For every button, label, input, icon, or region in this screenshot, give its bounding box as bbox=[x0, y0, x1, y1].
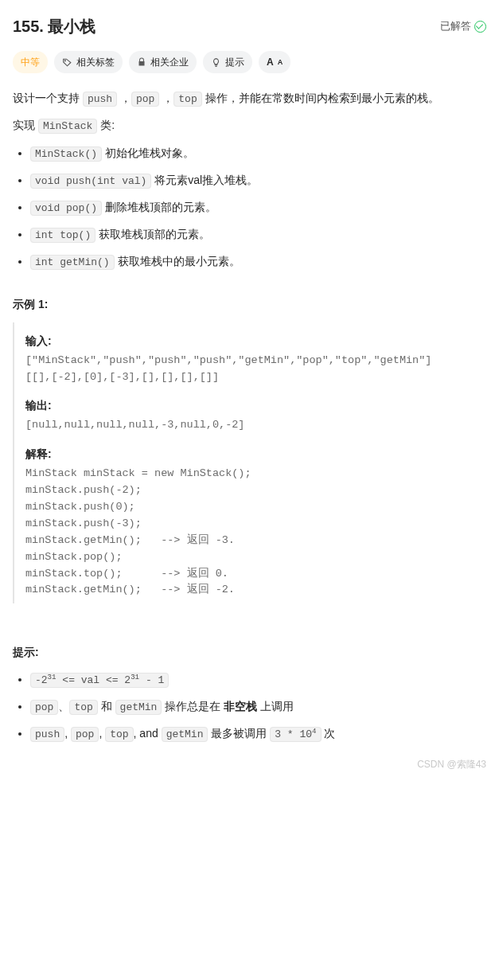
problem-header: 155. 最小栈 已解答 bbox=[13, 13, 486, 40]
solved-status: 已解答 bbox=[440, 18, 486, 35]
related-companies-pill[interactable]: 相关企业 bbox=[129, 51, 197, 73]
example-title: 示例 1: bbox=[13, 295, 486, 314]
method-code: MinStack() bbox=[30, 146, 102, 162]
tags-row: 中等 相关标签 相关企业 提示 AA bbox=[13, 51, 486, 73]
constraints-list: -231 <= val <= 231 - 1 pop、top 和 getMin … bbox=[13, 670, 486, 744]
constraint-code: top bbox=[105, 727, 133, 742]
example-block: 输入: ["MinStack","push","push","push","ge… bbox=[13, 322, 486, 604]
explain-content: MinStack minStack = new MinStack(); minS… bbox=[25, 466, 486, 599]
output-content: [null,null,null,null,-3,null,0,-2] bbox=[25, 417, 486, 434]
problem-description: 设计一个支持 push ，pop ，top 操作，并能在常数时间内检索到最小元素… bbox=[13, 89, 486, 135]
code-push: push bbox=[83, 92, 117, 107]
constraints-title: 提示: bbox=[13, 643, 486, 662]
bulb-icon bbox=[211, 57, 221, 68]
code-minstack: MinStack bbox=[38, 119, 97, 134]
constraint-code: top bbox=[69, 700, 97, 715]
related-tags-label: 相关标签 bbox=[76, 54, 115, 70]
list-item: MinStack() 初始化堆栈对象。 bbox=[30, 144, 486, 163]
tag-icon bbox=[62, 57, 72, 68]
hint-label: 提示 bbox=[225, 54, 244, 70]
output-label: 输出: bbox=[25, 396, 486, 416]
font-size-pill[interactable]: AA bbox=[259, 51, 290, 73]
desc-paragraph-1: 设计一个支持 push ，pop ，top 操作，并能在常数时间内检索到最小元素… bbox=[13, 89, 486, 108]
methods-list: MinStack() 初始化堆栈对象。 void push(int val) 将… bbox=[13, 144, 486, 271]
svg-point-0 bbox=[64, 60, 65, 61]
method-code: void pop() bbox=[30, 201, 102, 216]
list-item: void push(int val) 将元素val推入堆栈。 bbox=[30, 171, 486, 190]
solved-label: 已解答 bbox=[440, 18, 471, 35]
input-label: 输入: bbox=[25, 332, 486, 351]
problem-title: 155. 最小栈 bbox=[13, 13, 96, 40]
list-item: pop、top 和 getMin 操作总是在 非空栈 上调用 bbox=[30, 697, 486, 716]
input-content: ["MinStack","push","push","push","getMin… bbox=[25, 353, 486, 386]
constraint-code: push bbox=[30, 727, 64, 742]
constraint-code: pop bbox=[71, 727, 99, 742]
method-code: int top() bbox=[30, 228, 96, 243]
code-top: top bbox=[173, 92, 201, 107]
watermark: CSDN @索隆43 bbox=[13, 756, 486, 772]
check-icon bbox=[474, 21, 486, 33]
related-companies-label: 相关企业 bbox=[150, 54, 189, 70]
hint-pill[interactable]: 提示 bbox=[203, 51, 252, 73]
related-tags-pill[interactable]: 相关标签 bbox=[54, 51, 123, 73]
difficulty-pill[interactable]: 中等 bbox=[13, 51, 48, 73]
desc-paragraph-2: 实现 MinStack 类: bbox=[13, 116, 486, 135]
constraint-code: getMin bbox=[162, 727, 209, 742]
constraint-code: -231 <= val <= 231 - 1 bbox=[30, 673, 169, 688]
explain-label: 解释: bbox=[25, 445, 486, 464]
list-item: -231 <= val <= 231 - 1 bbox=[30, 670, 486, 689]
code-pop: pop bbox=[131, 92, 159, 107]
method-code: void push(int val) bbox=[30, 174, 151, 189]
method-code: int getMin() bbox=[30, 255, 115, 270]
bold-text: 非空栈 bbox=[224, 700, 257, 713]
lock-icon bbox=[137, 57, 146, 67]
list-item: int top() 获取堆栈顶部的元素。 bbox=[30, 225, 486, 244]
list-item: int getMin() 获取堆栈中的最小元素。 bbox=[30, 252, 486, 271]
constraint-code: pop bbox=[30, 700, 58, 715]
list-item: void pop() 删除堆栈顶部的元素。 bbox=[30, 198, 486, 217]
constraint-code: getMin bbox=[115, 700, 162, 715]
list-item: push, pop, top, and getMin 最多被调用 3 * 104… bbox=[30, 724, 486, 744]
constraint-code: 3 * 104 bbox=[270, 727, 321, 742]
